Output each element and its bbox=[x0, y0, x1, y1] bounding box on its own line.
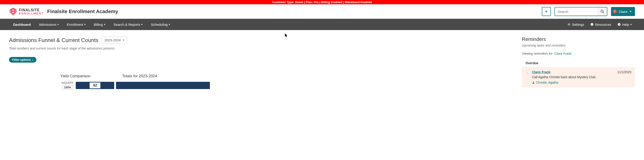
reminders-viewing: Viewing reminders for: Claire Frank bbox=[522, 52, 635, 55]
svg-point-7 bbox=[533, 82, 534, 83]
search-icon bbox=[600, 10, 604, 13]
reminders-title: Reminders bbox=[522, 36, 635, 42]
notification-badge: 7 bbox=[613, 10, 617, 14]
reminders-viewing-user-link[interactable]: Claire Frank bbox=[554, 52, 572, 55]
chevron-down-icon: ▾ bbox=[58, 23, 59, 26]
search-input[interactable] bbox=[555, 8, 598, 16]
main-nav: Dashboard Admissions▾ Enrollment▾ Billin… bbox=[0, 19, 644, 30]
svg-point-0 bbox=[601, 10, 603, 12]
chevron-down-icon: ▾ bbox=[123, 39, 124, 42]
add-button[interactable]: + bbox=[542, 7, 551, 16]
nav-search-reports[interactable]: Search & Reports▾ bbox=[110, 19, 147, 30]
plus-icon: + bbox=[545, 9, 548, 14]
logo-text-top: FINALSITE bbox=[19, 8, 44, 12]
funnel-percent: 100% bbox=[62, 85, 74, 90]
search-container bbox=[554, 7, 607, 16]
funnel-stage-label: INQUIRY bbox=[9, 81, 74, 84]
chevron-down-icon: ▾ bbox=[141, 23, 143, 26]
funnel-shape: 42 bbox=[76, 82, 114, 89]
nav-admissions[interactable]: Admissions▾ bbox=[35, 19, 63, 30]
chevron-right-icon: › bbox=[32, 58, 33, 62]
logo-icon bbox=[9, 8, 17, 16]
funnel-value[interactable]: 42 bbox=[90, 82, 100, 88]
nav-billing[interactable]: Billing▾ bbox=[90, 19, 110, 30]
reminders-subtitle: Upcoming tasks and reminders bbox=[522, 44, 635, 47]
gear-icon bbox=[567, 23, 570, 26]
chevron-down-icon: ▾ bbox=[630, 23, 632, 26]
reminder-text: Call Agatha Christie back about Mystery … bbox=[532, 75, 631, 79]
nav-settings[interactable]: Settings bbox=[564, 19, 587, 30]
nav-resources[interactable]: i Resources bbox=[587, 19, 614, 30]
chevron-down-icon: ▾ bbox=[169, 23, 170, 26]
svg-text:?: ? bbox=[618, 24, 620, 26]
reminder-assignee-link[interactable]: Claire Frank bbox=[532, 70, 550, 74]
checkmark-icon[interactable]: ✓ bbox=[526, 71, 529, 76]
filter-options-button[interactable]: Filter options › bbox=[9, 57, 36, 62]
nav-enrollment[interactable]: Enrollment▾ bbox=[63, 19, 90, 30]
totals-header: Totals for 2023-2024 bbox=[93, 74, 157, 78]
nav-help[interactable]: ? Help ▾ bbox=[614, 19, 635, 30]
user-name: Claire bbox=[619, 10, 628, 14]
funnel-totals-bar bbox=[116, 82, 210, 89]
reminder-contact-link[interactable]: Christie, Agatha bbox=[532, 81, 631, 84]
search-button[interactable] bbox=[598, 8, 607, 16]
nav-dashboard[interactable]: Dashboard bbox=[9, 19, 35, 30]
logo-text-bottom: ENROLLMENT bbox=[19, 12, 44, 15]
site-title: Finalsite Enrollment Academy bbox=[47, 8, 118, 14]
page-subtitle: Total numbers and current counts for eac… bbox=[9, 46, 513, 50]
user-menu[interactable]: 7 Claire ▼ bbox=[611, 7, 635, 16]
logo[interactable]: FINALSITE ENROLLMENT bbox=[9, 8, 44, 16]
svg-point-2 bbox=[568, 24, 570, 25]
chevron-down-icon: ▾ bbox=[84, 23, 86, 26]
chevron-down-icon: ▾ bbox=[104, 23, 105, 26]
reminder-date: 11/1/2023 bbox=[617, 70, 631, 74]
chevron-down-icon: ▼ bbox=[629, 10, 632, 13]
nav-scheduling[interactable]: Scheduling▾ bbox=[147, 19, 174, 30]
funnel-row-inquiry: INQUIRY 100% 42 bbox=[9, 81, 513, 90]
funnel-chart: Yield Comparison Totals for 2023-2024 IN… bbox=[9, 74, 513, 90]
reminder-card: ✓ Claire Frank 11/1/2023 Call Agatha Chr… bbox=[522, 67, 635, 88]
status-banner: Customer Type: Demo | Plan: Pro | Billin… bbox=[0, 0, 644, 4]
svg-text:i: i bbox=[592, 23, 592, 26]
year-select[interactable]: 2023-2024 ▾ bbox=[102, 36, 127, 44]
person-icon bbox=[532, 81, 535, 84]
yield-comparison-header: Yield Comparison bbox=[9, 74, 93, 78]
header: FINALSITE ENROLLMENT Finalsite Enrollmen… bbox=[0, 4, 644, 19]
page-title: Admissions Funnel & Current Counts bbox=[9, 37, 98, 44]
svg-line-1 bbox=[603, 12, 604, 13]
overdue-header: Overdue bbox=[522, 59, 635, 67]
info-icon: i bbox=[590, 23, 594, 26]
help-icon: ? bbox=[618, 23, 621, 26]
